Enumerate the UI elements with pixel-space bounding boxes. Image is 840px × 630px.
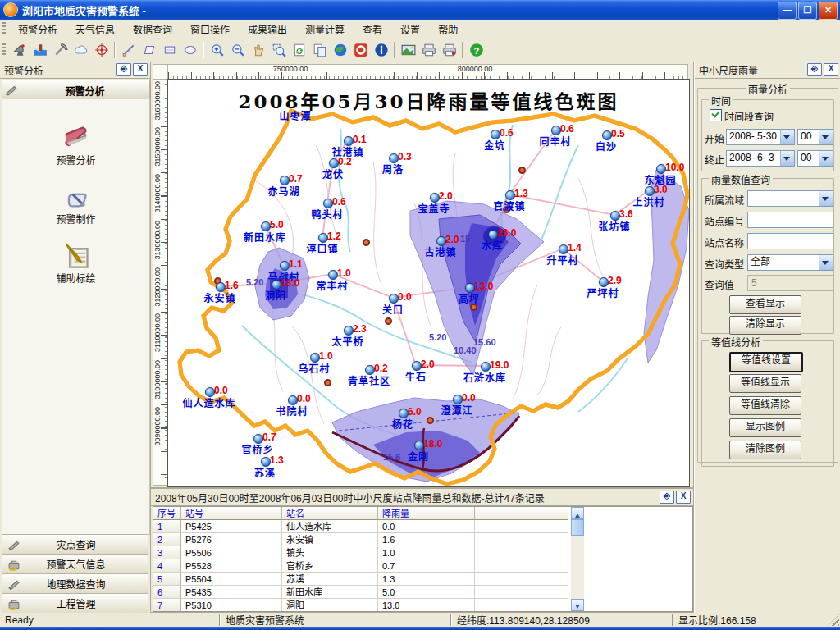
show-display-button[interactable]: 查看显示 [729, 295, 801, 314]
globe-tool-icon[interactable] [331, 40, 349, 59]
sidebar-item-label: 预警制作 [2, 212, 149, 226]
query-type-select[interactable]: 全部 [747, 254, 833, 271]
station-id-input[interactable] [747, 212, 833, 228]
scrollbar-thumb[interactable] [571, 519, 584, 536]
chevron-down-icon[interactable] [819, 151, 833, 166]
satellite-dish-icon[interactable] [10, 40, 29, 59]
refresh-view-icon[interactable] [290, 40, 308, 59]
chevron-down-icon[interactable] [819, 191, 833, 206]
contour-label: 5.20 [429, 332, 446, 342]
pick-tool-icon[interactable] [51, 40, 70, 59]
table-row[interactable]: 4P5528官桥乡0.7 [153, 559, 580, 573]
cloud-tool-icon[interactable] [71, 40, 90, 59]
table-row[interactable]: 6P5435新田水库5.0 [153, 586, 580, 600]
map-canvas[interactable]: 2008年05月30日降雨量等值线色斑图 山枣潭0.1社港镇0.2龙伏0.3周洛… [167, 79, 690, 487]
contour-button-0[interactable]: 等值线设置 [729, 352, 803, 372]
ellipse-tool-icon[interactable] [180, 40, 199, 59]
contour-button-4[interactable]: 清除图例 [729, 441, 801, 459]
sidebar-bar-2[interactable]: 地理数据查询 [2, 573, 148, 594]
chevron-down-icon[interactable] [780, 130, 794, 144]
menu-item-1[interactable]: 天气信息 [66, 23, 124, 38]
zoom-window-icon[interactable] [269, 40, 288, 59]
sidebar-bar-0[interactable]: 灾点查询 [2, 534, 148, 555]
menu-grip[interactable] [2, 22, 6, 35]
zoom-in-icon[interactable] [208, 40, 226, 59]
toolbar-grip[interactable] [2, 43, 6, 57]
line-tool-icon[interactable] [119, 40, 138, 59]
pin-icon[interactable]: ⎆ [807, 63, 822, 76]
target-tool-icon[interactable] [92, 40, 111, 59]
start-date-select[interactable]: 2008- 5-30 [726, 129, 795, 145]
table-row[interactable]: 2P5276永安镇1.6 [153, 533, 580, 547]
sidebar-bar-3[interactable]: 工程管理 [2, 593, 148, 614]
sidebar-item-1[interactable]: 预警制作 [2, 181, 149, 226]
table-row[interactable]: 3P5506镇头1.0 [153, 546, 580, 560]
info-tool-icon[interactable] [372, 40, 390, 59]
left-panel: 预警分析 ⎆ X 预警分析 预警分析预警制作辅助标绘 灾点查询预警天气信息地理数… [0, 62, 151, 613]
ruler-top: 750000.00800000.00 [167, 64, 688, 80]
scroll-up-icon[interactable] [571, 507, 584, 519]
chevron-down-icon[interactable] [819, 255, 833, 270]
station-name-input[interactable] [747, 233, 833, 249]
sidebar-item-0[interactable]: 预警分析 [2, 122, 149, 167]
contour-button-1[interactable]: 等值线显示 [729, 374, 801, 393]
ruler-y-label: 3100000.00 [153, 360, 162, 399]
menu-item-7[interactable]: 设置 [391, 23, 429, 38]
minimize-button[interactable]: — [778, 2, 797, 20]
pin-icon[interactable]: ⎆ [116, 63, 131, 76]
start-hour-select[interactable]: 00 [797, 129, 833, 145]
table-row[interactable]: 7P5310洞阳13.0 [153, 599, 580, 612]
contour-label: 15.60 [473, 337, 496, 347]
menu-item-4[interactable]: 成果输出 [239, 23, 296, 38]
copy-view-icon[interactable] [310, 40, 329, 59]
table-scrollbar[interactable] [571, 507, 584, 611]
menu-item-2[interactable]: 数据查询 [124, 23, 181, 38]
table-cell: 仙人造水库 [282, 520, 378, 533]
query-value-input[interactable]: 5 [747, 275, 833, 291]
contour-button-3[interactable]: 显示图例 [729, 418, 801, 437]
print-icon[interactable] [419, 40, 438, 59]
clear-display-button[interactable]: 清除显示 [729, 316, 801, 335]
pin-icon[interactable]: ⎆ [660, 491, 674, 504]
station-name: 淳口镇 [306, 241, 338, 255]
end-hour-select[interactable]: 00 [797, 150, 833, 167]
zoom-out-icon[interactable] [228, 40, 247, 59]
ruler-x-label: 750000.00 [273, 65, 308, 73]
station-name: 水库 [482, 238, 503, 252]
table-row[interactable]: 1P5425仙人造水库0.0 [153, 520, 580, 534]
close-button[interactable]: ✕ [819, 2, 838, 20]
station-name: 书院村 [276, 404, 308, 418]
sidebar-bar-label: 预警天气信息 [27, 557, 125, 571]
toolbox-icon [7, 558, 24, 571]
sidebar-bar-1[interactable]: 预警天气信息 [2, 554, 148, 574]
pan-tool-icon[interactable] [249, 40, 267, 59]
restore-button[interactable]: ❐ [798, 2, 817, 20]
time-range-checkbox[interactable] [710, 109, 722, 121]
chevron-down-icon[interactable] [819, 130, 833, 144]
sidebar-item-2[interactable]: 辅助标绘 [2, 240, 149, 285]
help-tool-icon[interactable]: ? [467, 40, 486, 59]
close-icon[interactable]: X [133, 63, 148, 76]
close-icon[interactable]: X [824, 63, 838, 76]
menu-item-6[interactable]: 查看 [354, 23, 391, 38]
basin-select[interactable] [747, 190, 833, 207]
end-date-select[interactable]: 2008- 6- 3 [726, 150, 795, 167]
flood-tool-icon[interactable] [30, 40, 49, 59]
print-preview-icon[interactable] [440, 40, 459, 59]
menu-item-5[interactable]: 测量计算 [296, 23, 354, 38]
menu-item-8[interactable]: 帮助 [429, 23, 467, 38]
export-image-icon[interactable] [399, 40, 418, 59]
contour-button-2[interactable]: 等值线清除 [729, 396, 801, 415]
station-value: 2.0 [439, 190, 453, 202]
rect-tool-icon[interactable] [160, 40, 179, 59]
chevron-down-icon[interactable] [780, 151, 794, 166]
table-row[interactable]: 5P5504苏溪1.3 [153, 573, 580, 587]
stop-tool-icon[interactable] [351, 40, 370, 59]
menu-item-3[interactable]: 窗口操作 [181, 23, 239, 38]
scroll-down-icon[interactable] [571, 599, 584, 611]
station-value: 0.2 [338, 156, 352, 167]
menu-item-0[interactable]: 预警分析 [9, 23, 66, 38]
polygon-tool-icon[interactable] [139, 40, 158, 59]
close-icon[interactable]: X [676, 491, 691, 504]
left-panel-header[interactable]: 预警分析 [2, 80, 150, 101]
